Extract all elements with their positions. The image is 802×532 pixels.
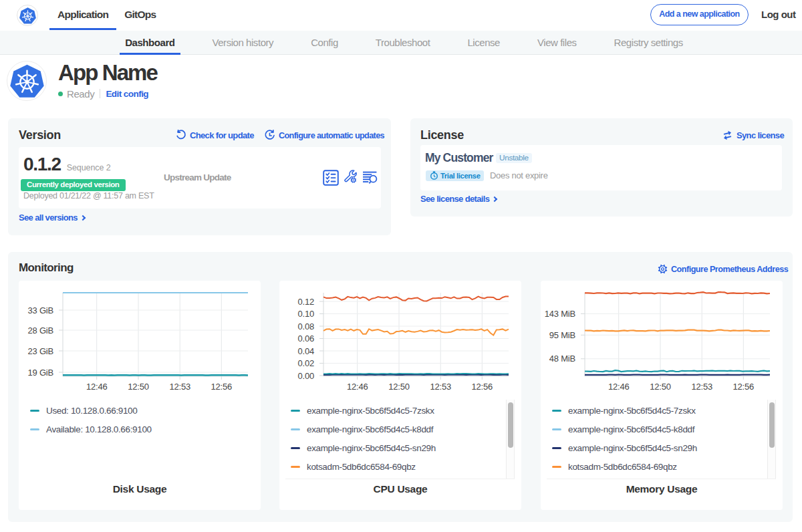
- svg-text:48 MiB: 48 MiB: [549, 354, 575, 364]
- svg-text:12:46: 12:46: [86, 382, 108, 392]
- svg-text:0.04: 0.04: [297, 346, 314, 356]
- svg-text:33 GiB: 33 GiB: [27, 305, 53, 315]
- svg-text:0.08: 0.08: [297, 321, 314, 331]
- svg-text:0.12: 0.12: [297, 297, 314, 307]
- svg-text:12:50: 12:50: [128, 382, 149, 392]
- svg-text:12:56: 12:56: [733, 382, 755, 392]
- svg-text:12:46: 12:46: [347, 382, 368, 392]
- svg-text:12:53: 12:53: [169, 382, 190, 392]
- svg-text:23 GiB: 23 GiB: [27, 346, 53, 356]
- svg-text:28 GiB: 28 GiB: [27, 325, 53, 336]
- svg-text:12:46: 12:46: [608, 382, 630, 392]
- svg-text:19 GiB: 19 GiB: [27, 368, 53, 378]
- svg-text:95 MiB: 95 MiB: [549, 330, 575, 340]
- svg-text:0.02: 0.02: [297, 358, 314, 368]
- svg-text:12:53: 12:53: [691, 382, 712, 392]
- svg-text:12:56: 12:56: [211, 382, 233, 392]
- svg-text:12:53: 12:53: [430, 382, 451, 392]
- svg-text:143 MiB: 143 MiB: [545, 309, 575, 319]
- svg-text:12:50: 12:50: [388, 382, 410, 392]
- svg-text:0.10: 0.10: [297, 309, 314, 319]
- svg-text:0.00: 0.00: [297, 371, 314, 381]
- svg-text:12:50: 12:50: [650, 382, 671, 392]
- svg-text:0.06: 0.06: [297, 334, 314, 344]
- svg-text:12:56: 12:56: [472, 382, 493, 392]
